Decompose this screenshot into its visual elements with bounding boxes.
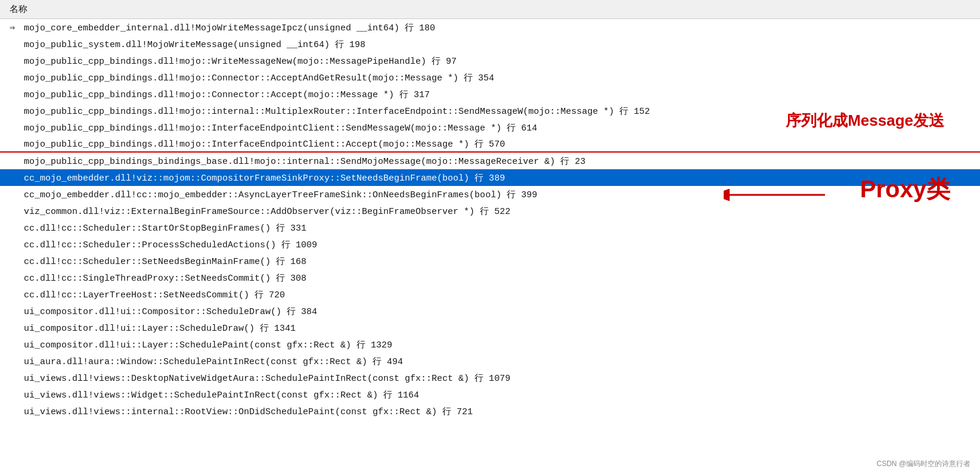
table-row[interactable]: cc_mojo_embedder.dll!cc::mojo_embedder::… xyxy=(0,186,980,203)
row-prefix xyxy=(10,223,24,233)
row-prefix xyxy=(10,139,24,149)
table-row[interactable]: viz_common.dll!viz::ExternalBeginFrameSo… xyxy=(0,203,980,219)
watermark: CSDN @编码时空的诗意行者 xyxy=(876,459,970,469)
row-prefix xyxy=(10,390,24,400)
row-text: cc.dll!cc::LayerTreeHost::SetNeedsCommit… xyxy=(24,289,285,300)
table-row[interactable]: mojo_public_cpp_bindings.dll!mojo::Write… xyxy=(0,52,980,69)
table-row[interactable]: mojo_public_cpp_bindings.dll!mojo::Inter… xyxy=(0,136,980,153)
table-row[interactable]: mojo_public_cpp_bindings_bindings_base.d… xyxy=(0,153,980,169)
table-row[interactable]: mojo_public_cpp_bindings.dll!mojo::inter… xyxy=(0,103,980,119)
row-text: mojo_public_system.dll!MojoWriteMessage(… xyxy=(24,39,365,50)
row-prefix xyxy=(10,156,24,166)
row-prefix xyxy=(10,173,24,183)
row-text: ui_views.dll!views::DesktopNativeWidgetA… xyxy=(24,372,510,384)
row-prefix xyxy=(10,56,24,66)
row-prefix xyxy=(10,123,24,133)
table-row[interactable]: ui_aura.dll!aura::Window::SchedulePaintI… xyxy=(0,353,980,370)
stack-trace-list[interactable]: ⇒mojo_core_embedder_internal.dll!MojoWri… xyxy=(0,19,980,475)
row-prefix xyxy=(10,106,24,116)
row-text: mojo_public_cpp_bindings_bindings_base.d… xyxy=(24,156,585,167)
table-row[interactable]: ui_compositor.dll!ui::Layer::ScheduleDra… xyxy=(0,319,980,336)
row-prefix xyxy=(10,373,24,383)
table-row[interactable]: ui_compositor.dll!ui::Layer::SchedulePai… xyxy=(0,336,980,353)
table-row[interactable]: mojo_public_cpp_bindings.dll!mojo::Inter… xyxy=(0,119,980,136)
table-row[interactable]: ui_views.dll!views::Widget::SchedulePain… xyxy=(0,386,980,403)
row-text: ui_views.dll!views::Widget::SchedulePain… xyxy=(24,389,419,401)
table-row[interactable]: cc.dll!cc::Scheduler::SetNeedsBeginMainF… xyxy=(0,253,980,269)
row-text: mojo_public_cpp_bindings.dll!mojo::Inter… xyxy=(24,122,537,134)
row-text: mojo_public_cpp_bindings.dll!mojo::Write… xyxy=(24,55,457,67)
row-text: ui_compositor.dll!ui::Layer::SchedulePai… xyxy=(24,339,392,350)
table-row[interactable]: cc.dll!cc::SingleThreadProxy::SetNeedsCo… xyxy=(0,269,980,286)
row-text: ui_views.dll!views::internal::RootView::… xyxy=(24,406,473,417)
row-prefix xyxy=(10,356,24,367)
row-text: cc.dll!cc::Scheduler::ProcessScheduledAc… xyxy=(24,239,317,250)
table-row[interactable]: cc.dll!cc::Scheduler::ProcessScheduledAc… xyxy=(0,236,980,253)
row-prefix xyxy=(10,340,24,350)
table-row[interactable]: mojo_public_cpp_bindings.dll!mojo::Conne… xyxy=(0,69,980,86)
table-row[interactable]: ui_views.dll!views::internal::RootView::… xyxy=(0,403,980,420)
row-prefix xyxy=(10,73,24,83)
row-prefix xyxy=(10,39,24,49)
row-text: ui_compositor.dll!ui::Compositor::Schedu… xyxy=(24,306,317,317)
table-row[interactable]: mojo_public_system.dll!MojoWriteMessage(… xyxy=(0,36,980,52)
table-row[interactable]: ui_compositor.dll!ui::Compositor::Schedu… xyxy=(0,303,980,319)
table-row[interactable]: cc_mojo_embedder.dll!viz::mojom::Composi… xyxy=(0,169,980,186)
column-name-label: 名称 xyxy=(10,5,27,15)
column-header: 名称 xyxy=(0,0,980,19)
row-prefix xyxy=(10,290,24,300)
row-text: ui_compositor.dll!ui::Layer::ScheduleDra… xyxy=(24,322,296,334)
row-prefix xyxy=(10,273,24,283)
row-prefix xyxy=(10,256,24,266)
table-row[interactable]: cc.dll!cc::Scheduler::StartOrStopBeginFr… xyxy=(0,219,980,236)
row-text: mojo_public_cpp_bindings.dll!mojo::Inter… xyxy=(24,138,505,150)
table-row[interactable]: ⇒mojo_core_embedder_internal.dll!MojoWri… xyxy=(0,19,980,36)
row-text: viz_common.dll!viz::ExternalBeginFrameSo… xyxy=(24,206,510,217)
row-text: cc_mojo_embedder.dll!viz::mojom::Composi… xyxy=(24,172,505,184)
table-row[interactable]: cc.dll!cc::LayerTreeHost::SetNeedsCommit… xyxy=(0,286,980,303)
row-text: mojo_public_cpp_bindings.dll!mojo::Conne… xyxy=(24,72,494,83)
row-prefix xyxy=(10,406,24,417)
row-prefix xyxy=(10,89,24,100)
row-text: mojo_public_cpp_bindings.dll!mojo::Conne… xyxy=(24,89,430,100)
row-prefix xyxy=(10,190,24,200)
row-text: cc_mojo_embedder.dll!cc::mojo_embedder::… xyxy=(24,189,537,200)
table-row[interactable]: mojo_public_cpp_bindings.dll!mojo::Conne… xyxy=(0,86,980,103)
row-text: mojo_core_embedder_internal.dll!MojoWrit… xyxy=(24,22,435,33)
row-text: cc.dll!cc::Scheduler::SetNeedsBeginMainF… xyxy=(24,256,306,267)
main-container: 名称 ⇒mojo_core_embedder_internal.dll!Mojo… xyxy=(0,0,980,475)
row-prefix xyxy=(10,323,24,333)
row-prefix xyxy=(10,206,24,216)
row-text: cc.dll!cc::Scheduler::StartOrStopBeginFr… xyxy=(24,222,306,234)
row-prefix xyxy=(10,240,24,250)
row-text: mojo_public_cpp_bindings.dll!mojo::inter… xyxy=(24,105,650,117)
row-prefix: ⇒ xyxy=(10,22,24,33)
row-prefix xyxy=(10,306,24,316)
table-row[interactable]: ui_views.dll!views::DesktopNativeWidgetA… xyxy=(0,370,980,386)
row-text: ui_aura.dll!aura::Window::SchedulePaintI… xyxy=(24,356,403,367)
row-text: cc.dll!cc::SingleThreadProxy::SetNeedsCo… xyxy=(24,272,306,284)
